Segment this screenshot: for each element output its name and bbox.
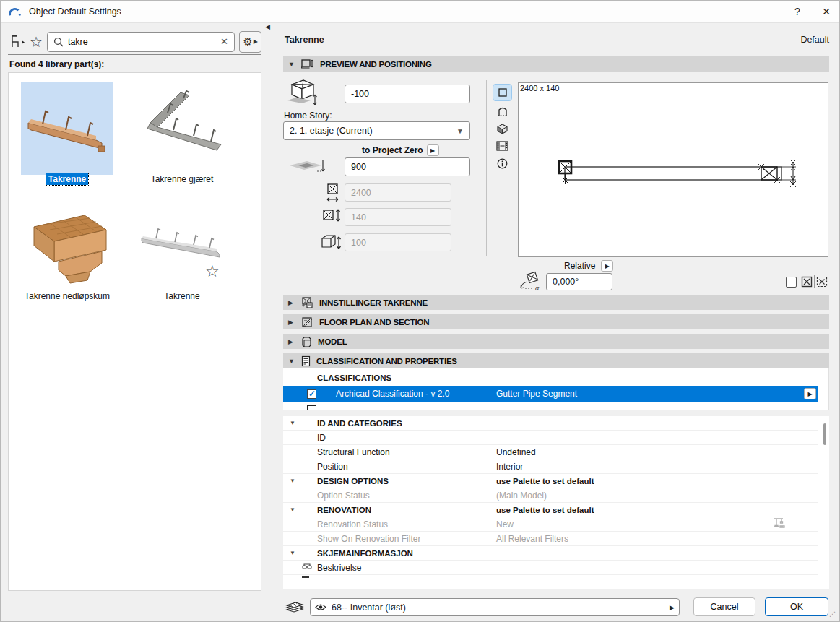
layer-value: 68-- Inventar (løst) — [332, 602, 664, 613]
hotspot-dashed-icon[interactable] — [816, 276, 828, 288]
section-model[interactable]: ▶ MODEL — [283, 334, 829, 349]
close-button[interactable]: ✕ — [812, 1, 840, 22]
preview-movie-button[interactable] — [493, 137, 512, 155]
offset-input[interactable]: 900 — [345, 157, 470, 176]
library-view-icon[interactable] — [8, 34, 25, 50]
search-result-count: Found 4 library part(s): — [9, 59, 104, 69]
partial-icon — [302, 576, 309, 578]
library-part-thumbnail-takrenne-gjaeret[interactable] — [136, 82, 228, 175]
property-row[interactable]: ID — [283, 431, 818, 445]
preview-positioning-icon — [301, 59, 314, 69]
home-story-select[interactable]: 2. 1. etasje (Current)▼ — [283, 121, 470, 140]
chevron-down-icon: ▼ — [456, 127, 464, 135]
property-group-row[interactable]: ▼ RENOVATIONuse Palette to set default — [283, 503, 818, 517]
classifications-panel: CLASSIFICATIONS Archicad Classification … — [283, 368, 829, 410]
classification-picker-button[interactable]: ▶ — [804, 388, 816, 399]
thumbnail-label[interactable]: Takrenne nedløpskum — [13, 291, 121, 301]
hotspot-solid-icon[interactable] — [801, 276, 813, 288]
help-button[interactable]: ? — [783, 1, 812, 22]
layer-select[interactable]: 68-- Inventar (løst) ▶ — [310, 598, 680, 616]
chevron-right-icon: ▶ — [670, 604, 675, 611]
preview-info-button[interactable] — [493, 155, 512, 172]
eye-icon — [315, 603, 326, 611]
to-project-zero-menu-button[interactable]: ▶ — [427, 144, 439, 156]
floor-plan-icon — [301, 316, 313, 328]
property-row[interactable]: Option Status(Main Model) — [283, 488, 818, 503]
section-preview-and-positioning[interactable]: ▼ PREVIEW AND POSITIONING — [283, 56, 829, 72]
divider — [814, 275, 815, 288]
rotation-angle-input[interactable]: 0,000° — [546, 273, 612, 290]
library-part-thumbnail-takrenne[interactable] — [21, 82, 113, 175]
library-search-toolbar: ☆ takre ✕ ⚙▶ — [8, 30, 261, 53]
mirror-checkbox[interactable] — [786, 277, 797, 288]
chevron-right-icon: ▶ — [288, 319, 295, 326]
property-row[interactable]: Structural FunctionUndefined — [283, 445, 818, 459]
section-classification-and-properties[interactable]: ▼ CLASSIFICATION AND PROPERTIES — [283, 353, 829, 368]
ok-button[interactable]: OK — [765, 597, 828, 616]
chevron-down-icon: ▼ — [288, 61, 295, 68]
classification-row[interactable]: Archicad Classification - v 2.0 Gutter P… — [283, 386, 818, 402]
default-label: Default — [792, 35, 829, 45]
width-input: 2400 — [345, 183, 451, 202]
body-height-icon — [321, 233, 342, 251]
property-group-row[interactable]: ▼ SKJEMAINFORMASJON — [283, 546, 818, 561]
height-dimension-icon — [323, 208, 343, 223]
thumbnail-label[interactable]: Takrenne — [13, 174, 121, 184]
depth-input: 100 — [345, 233, 451, 251]
favorite-star-icon[interactable]: ☆ — [205, 262, 220, 281]
property-group-row[interactable]: ▼ ID AND CATEGORIES — [283, 416, 818, 431]
favorites-star-icon[interactable]: ☆ — [30, 33, 43, 51]
layers-icon — [285, 600, 304, 614]
thumbnail-image — [21, 82, 113, 175]
thumbnail-image — [21, 199, 113, 292]
elevation-input[interactable]: -100 — [345, 85, 470, 103]
property-row[interactable]: Renovation StatusNew — [283, 517, 818, 532]
chevron-down-icon: ▼ — [290, 478, 295, 484]
search-icon — [53, 37, 64, 47]
svg-text:α: α — [535, 285, 540, 291]
object-default-settings-dialog: Object Default Settings ? ✕ ☆ takre ✕ ⚙▶… — [0, 0, 840, 622]
section-innstillinger-takrenne[interactable]: ▶ INNSTILLINGER TAKRENNE — [283, 295, 829, 310]
property-group-row[interactable]: ▼ DESIGN OPTIONSuse Palette to set defau… — [283, 474, 818, 488]
chevron-right-icon: ▶ — [288, 338, 295, 345]
preview-2d-view-button[interactable] — [493, 84, 512, 101]
relative-menu-button[interactable]: ▶ — [601, 260, 613, 272]
divider — [486, 80, 487, 256]
preview-front-view-button[interactable] — [493, 103, 512, 121]
scrollbar-thumb[interactable] — [823, 423, 826, 445]
resize-grip[interactable]: ⋰ — [829, 610, 836, 618]
property-row[interactable]: PositionInterior — [283, 459, 818, 474]
library-part-thumbnail-takrenne-nedlopskum[interactable] — [21, 199, 113, 292]
section-floor-plan-and-section[interactable]: ▶ FLOOR PLAN AND SECTION — [283, 314, 829, 329]
top-elevation-icon — [286, 77, 322, 109]
search-input[interactable]: takre ✕ — [47, 32, 235, 52]
classification-icon — [301, 355, 311, 367]
preview-canvas[interactable]: 2400 x 140 — [518, 82, 828, 257]
cancel-button[interactable]: Cancel — [693, 597, 755, 616]
property-row[interactable]: Beskrivelse — [283, 561, 818, 575]
to-project-zero-label: to Project Zero — [362, 145, 423, 155]
chevron-down-icon: ▼ — [290, 506, 295, 513]
property-row[interactable]: Show On Renovation FilterAll Relevant Fi… — [283, 532, 818, 546]
property-row-partial[interactable] — [283, 575, 818, 589]
search-separator — [8, 54, 261, 55]
preview-3d-view-button[interactable] — [493, 120, 512, 137]
thumbnail-label[interactable]: Takrenne — [128, 291, 236, 301]
width-dimension-icon — [325, 183, 341, 203]
thumbnail-label[interactable]: Takrenne gjæret — [128, 174, 236, 184]
classification-checkbox[interactable] — [307, 389, 316, 399]
renovation-icon — [773, 517, 786, 532]
chevron-down-icon: ▼ — [290, 420, 295, 426]
height-input: 140 — [345, 208, 451, 226]
chevron-down-icon: ▼ — [288, 358, 295, 365]
chevron-down-icon: ▼ — [290, 550, 295, 556]
relative-row: Relative ▶ — [564, 260, 613, 272]
preview-drawing — [519, 83, 829, 256]
search-settings-button[interactable]: ⚙▶ — [239, 31, 261, 53]
archicad-logo-icon — [9, 7, 22, 17]
relative-label: Relative — [564, 261, 595, 271]
thumbnail-image — [136, 82, 228, 175]
clear-search-icon[interactable]: ✕ — [220, 36, 228, 47]
collapse-panel-icon[interactable]: ◀ — [265, 23, 270, 30]
classification-checkbox[interactable] — [307, 405, 316, 410]
